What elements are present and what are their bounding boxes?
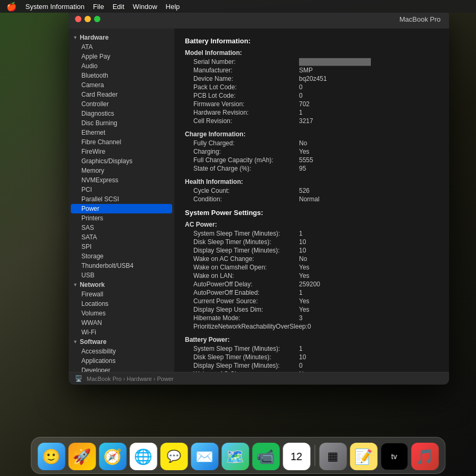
sidebar-item-fibre-channel[interactable]: Fibre Channel bbox=[69, 137, 174, 147]
sidebar-section-software-label: Software bbox=[80, 338, 107, 346]
dock-facetime[interactable]: 📹 bbox=[252, 443, 279, 470]
sidebar-item-wwan[interactable]: WWAN bbox=[69, 318, 174, 328]
sidebar-item-ethernet[interactable]: Ethernet bbox=[69, 128, 174, 137]
value-ac-wake-clamshell: Yes bbox=[299, 264, 310, 271]
dock-kakao[interactable]: 💬 bbox=[160, 443, 188, 470]
chrome-icon: 🌐 bbox=[134, 448, 153, 465]
dock-finder[interactable]: 🙂 bbox=[38, 443, 65, 470]
label-pack-lot: Pack Lot Code: bbox=[193, 83, 299, 91]
sidebar-item-audio[interactable]: Audio bbox=[69, 61, 174, 71]
label-ac-autopoweroff-delay: AutoPowerOff Delay: bbox=[193, 281, 299, 288]
sidebar-item-card-reader[interactable]: Card Reader bbox=[69, 90, 174, 99]
sidebar-item-spi[interactable]: SPI bbox=[69, 242, 174, 251]
sidebar-section-network[interactable]: ▼ Network bbox=[69, 280, 174, 290]
menu-window[interactable]: Window bbox=[133, 3, 157, 11]
label-ac-hibernate-mode: Hibernate Mode: bbox=[193, 314, 299, 322]
menu-help[interactable]: Help bbox=[166, 3, 180, 11]
label-cell-rev: Cell Revision: bbox=[193, 117, 299, 125]
value-cycle-count: 526 bbox=[299, 187, 310, 194]
model-info-group: Model Information: Serial Number: ██████… bbox=[185, 49, 438, 125]
sidebar: ▼ Hardware ATA Apple Pay Audio Bluetooth… bbox=[69, 29, 174, 372]
dock-notifications[interactable]: ▦ bbox=[319, 443, 347, 470]
dock-launchpad[interactable]: 🚀 bbox=[68, 443, 96, 470]
sidebar-item-sas[interactable]: SAS bbox=[69, 223, 174, 232]
dock-notes[interactable]: 📝 bbox=[350, 443, 377, 470]
sidebar-item-nvmexpress[interactable]: NVMExpress bbox=[69, 175, 174, 185]
sidebar-item-wifi[interactable]: Wi-Fi bbox=[69, 328, 174, 337]
sidebar-item-storage[interactable]: Storage bbox=[69, 251, 174, 261]
info-row-manufacturer: Manufacturer: SMP bbox=[185, 66, 438, 74]
sidebar-item-sata[interactable]: SATA bbox=[69, 232, 174, 242]
dock-music[interactable]: 🎵 bbox=[411, 443, 438, 470]
label-ac-system-sleep: System Sleep Timer (Minutes): bbox=[193, 230, 299, 237]
label-bat-system-sleep: System Sleep Timer (Minutes): bbox=[193, 345, 299, 352]
dock-chrome[interactable]: 🌐 bbox=[129, 443, 157, 470]
info-row-fully-charged: Fully Charged: No bbox=[185, 139, 438, 147]
facetime-icon: 📹 bbox=[257, 448, 275, 465]
label-ac-prioritize-network: PrioritizeNetworkReachabilityOverSleep: bbox=[193, 323, 307, 330]
sidebar-item-ata[interactable]: ATA bbox=[69, 42, 174, 52]
ac-power-group: AC Power: System Sleep Timer (Minutes): … bbox=[185, 221, 438, 331]
apple-menu-icon[interactable]: 🍎 bbox=[6, 2, 17, 12]
menu-file[interactable]: File bbox=[93, 3, 104, 11]
label-ac-wake-lan: Wake on LAN: bbox=[193, 272, 299, 279]
mail-icon: ✉️ bbox=[195, 448, 214, 465]
sidebar-item-diagnostics[interactable]: Diagnostics bbox=[69, 109, 174, 118]
value-ac-wake-ac-change: No bbox=[299, 255, 307, 263]
label-ac-autopoweroff-enabled: AutoPowerOff Enabled: bbox=[193, 289, 299, 296]
sidebar-item-parallel-scsi[interactable]: Parallel SCSI bbox=[69, 194, 174, 204]
sidebar-item-applications[interactable]: Applications bbox=[69, 356, 174, 366]
ac-display-sleep-dim: Display Sleep Uses Dim: Yes bbox=[185, 305, 438, 314]
value-ac-autopoweroff-delay: 259200 bbox=[299, 281, 320, 288]
label-serial: Serial Number: bbox=[193, 58, 299, 66]
dock-maps[interactable]: 🗺️ bbox=[221, 443, 249, 470]
value-ac-current-power-source: Yes bbox=[299, 297, 310, 305]
sidebar-section-software[interactable]: ▼ Software bbox=[69, 337, 174, 347]
sidebar-item-power[interactable]: Power bbox=[71, 204, 172, 213]
sidebar-item-memory[interactable]: Memory bbox=[69, 166, 174, 175]
sidebar-item-thunderbolt-usb4[interactable]: Thunderbolt/USB4 bbox=[69, 261, 174, 270]
close-button[interactable] bbox=[75, 16, 81, 22]
dock-safari[interactable]: 🧭 bbox=[99, 443, 126, 470]
sidebar-item-volumes[interactable]: Volumes bbox=[69, 309, 174, 318]
label-fully-charged: Fully Charged: bbox=[193, 139, 299, 147]
sidebar-item-printers[interactable]: Printers bbox=[69, 213, 174, 223]
label-pcb-lot: PCB Lot Code: bbox=[193, 92, 299, 99]
label-bat-disk-sleep: Disk Sleep Timer (Minutes): bbox=[193, 353, 299, 361]
launchpad-icon: 🚀 bbox=[73, 448, 91, 465]
window-title: MacBook Pro bbox=[399, 15, 441, 23]
value-ac-disk-sleep: 10 bbox=[299, 238, 306, 246]
sidebar-item-usb[interactable]: USB bbox=[69, 270, 174, 280]
label-condition: Condition: bbox=[193, 195, 299, 203]
sidebar-section-hardware[interactable]: ▼ Hardware bbox=[69, 33, 174, 42]
value-bat-display-sleep: 0 bbox=[299, 362, 303, 369]
sidebar-item-pci[interactable]: PCI bbox=[69, 185, 174, 194]
sidebar-item-apple-pay[interactable]: Apple Pay bbox=[69, 52, 174, 61]
sidebar-item-firewire[interactable]: FireWire bbox=[69, 147, 174, 156]
dock-mail[interactable]: ✉️ bbox=[191, 443, 218, 470]
sidebar-item-controller[interactable]: Controller bbox=[69, 99, 174, 109]
sidebar-item-accessibility[interactable]: Accessibility bbox=[69, 347, 174, 356]
sidebar-item-disc-burning[interactable]: Disc Burning bbox=[69, 118, 174, 128]
safari-icon: 🧭 bbox=[104, 448, 122, 465]
appletv-icon: tv bbox=[391, 452, 397, 461]
value-ac-autopoweroff-enabled: 1 bbox=[299, 289, 303, 296]
sidebar-item-developer[interactable]: Developer bbox=[69, 366, 174, 372]
bat-display-sleep: Display Sleep Timer (Minutes): 0 bbox=[185, 361, 438, 370]
health-info-title: Health Information: bbox=[185, 178, 438, 185]
ac-wake-ac-change: Wake on AC Change: No bbox=[185, 255, 438, 263]
sidebar-item-locations[interactable]: Locations bbox=[69, 299, 174, 309]
menu-edit[interactable]: Edit bbox=[113, 3, 124, 11]
sidebar-item-camera[interactable]: Camera bbox=[69, 80, 174, 90]
value-firmware: 702 bbox=[299, 100, 310, 108]
traffic-lights bbox=[75, 16, 100, 22]
dock-calendar[interactable]: 12 bbox=[283, 443, 310, 470]
sidebar-item-graphics-displays[interactable]: Graphics/Displays bbox=[69, 156, 174, 166]
maximize-button[interactable] bbox=[94, 16, 100, 22]
dock-appletv[interactable]: tv bbox=[380, 443, 408, 470]
minimize-button[interactable] bbox=[85, 16, 91, 22]
info-row-pack-lot: Pack Lot Code: 0 bbox=[185, 83, 438, 91]
sidebar-item-bluetooth[interactable]: Bluetooth bbox=[69, 71, 174, 80]
value-ac-display-sleep-dim: Yes bbox=[299, 306, 310, 313]
sidebar-item-firewall[interactable]: Firewall bbox=[69, 290, 174, 299]
